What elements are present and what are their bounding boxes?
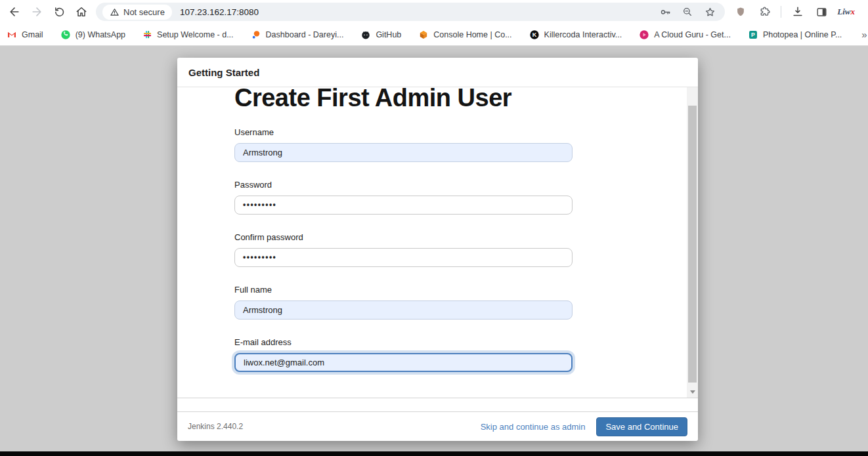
modal-footer-spacer: [177, 398, 698, 411]
address-bar[interactable]: Not secure 107.23.162.17:8080: [96, 3, 725, 21]
scrollbar-down-button[interactable]: [687, 387, 698, 396]
password-label: Password: [234, 180, 573, 190]
extensions-group: Liwx: [730, 1, 868, 22]
browser-toolbar: Not secure 107.23.162.17:8080: [0, 0, 868, 24]
modal-header: Getting Started: [177, 58, 698, 87]
bookmarks-bar: Gmail (9) WhatsApp Setup Welcome - d... …: [0, 24, 868, 46]
zoom-out-icon: [682, 6, 693, 18]
bookmark-acloudguru[interactable]: A Cloud Guru - Get...: [639, 30, 731, 40]
key-icon: [659, 6, 672, 18]
confirm-password-field-group: Confirm password: [234, 232, 573, 267]
bookmark-photopea[interactable]: P Photopea | Online P...: [748, 30, 842, 40]
refresh-button[interactable]: [49, 1, 70, 22]
download-icon: [791, 5, 804, 18]
passwords-button[interactable]: [657, 3, 674, 20]
bookmark-label: GitHub: [376, 30, 401, 39]
adblock-extension-button[interactable]: [730, 1, 751, 22]
back-icon: [8, 5, 21, 18]
forward-icon: [30, 5, 43, 18]
side-panel-button[interactable]: [811, 1, 832, 22]
save-button[interactable]: Save and Continue: [596, 417, 687, 436]
bookmark-whatsapp[interactable]: (9) WhatsApp: [60, 30, 125, 40]
forward-button[interactable]: [26, 1, 47, 22]
home-icon: [75, 5, 88, 18]
toolbar-separator: [781, 6, 781, 18]
warning-triangle-icon: [110, 7, 119, 17]
nav-button-group: [0, 1, 92, 22]
side-panel-icon: [815, 6, 828, 18]
bookmark-label: Photopea | Online P...: [763, 30, 842, 39]
zoom-button[interactable]: [679, 3, 696, 20]
shield-icon: [735, 6, 747, 18]
modal-scrollbar[interactable]: [687, 87, 698, 398]
photopea-icon: P: [748, 30, 758, 40]
profile-name: Liw: [837, 7, 850, 16]
github-icon: [360, 30, 371, 40]
bookmark-label: (9) WhatsApp: [76, 30, 125, 39]
bookmark-dashboard[interactable]: Dashboard - Dareyi...: [251, 30, 344, 40]
profile-name-accent: x: [851, 7, 856, 16]
profile-avatar[interactable]: Liwx: [835, 7, 861, 17]
star-icon: [704, 6, 716, 18]
footer-actions: Skip and continue as admin Save and Cont…: [481, 417, 687, 436]
bookmark-label: A Cloud Guru - Get...: [654, 30, 731, 39]
dashboard-favicon-icon: [251, 30, 261, 40]
killercoda-icon: K: [529, 30, 540, 40]
refresh-icon: [53, 6, 66, 18]
page-title: Create First Admin User: [234, 87, 698, 113]
extensions-button[interactable]: [754, 1, 775, 22]
security-chip[interactable]: Not secure: [102, 5, 172, 20]
fullname-label: Full name: [234, 285, 573, 295]
email-input[interactable]: [234, 353, 573, 372]
acloudguru-icon: [639, 30, 649, 40]
scroll-down-arrow-icon: [690, 390, 695, 394]
address-bar-actions: [657, 3, 718, 20]
modal-content: Create First Admin User Username Passwor…: [177, 87, 698, 398]
puzzle-icon: [758, 6, 771, 18]
slack-icon: [142, 30, 152, 39]
username-label: Username: [234, 127, 573, 137]
fullname-input[interactable]: [234, 301, 573, 320]
back-button[interactable]: [4, 1, 25, 22]
password-input[interactable]: [234, 196, 573, 215]
home-button[interactable]: [71, 1, 92, 22]
url-text: 107.23.162.17:8080: [180, 7, 657, 17]
modal-footer: Jenkins 2.440.2 Skip and continue as adm…: [177, 411, 698, 441]
page-backdrop: Getting Started Create First Admin User …: [0, 46, 868, 451]
bookmark-button[interactable]: [701, 3, 718, 20]
confirm-password-input[interactable]: [234, 248, 573, 267]
bookmark-label: Killercoda Interactiv...: [544, 30, 622, 39]
bookmark-label: Gmail: [22, 30, 43, 39]
whatsapp-icon: [60, 30, 71, 40]
taskbar-strip: [0, 451, 868, 456]
bookmark-aws-console[interactable]: Console Home | Co...: [418, 30, 511, 40]
modal-title: Getting Started: [188, 67, 259, 78]
bookmark-github[interactable]: GitHub: [360, 30, 401, 40]
wizard-form-area: Create First Admin User Username Passwor…: [177, 87, 698, 372]
bookmark-gmail[interactable]: Gmail: [7, 30, 43, 40]
bookmark-label: Dashboard - Dareyi...: [266, 30, 344, 39]
confirm-password-label: Confirm password: [234, 232, 573, 242]
username-field-group: Username: [234, 127, 573, 162]
username-input[interactable]: [234, 143, 573, 162]
svg-text:K: K: [532, 31, 536, 38]
downloads-button[interactable]: [787, 1, 808, 22]
email-label: E-mail address: [234, 337, 573, 347]
skip-link[interactable]: Skip and continue as admin: [481, 422, 586, 432]
aws-cube-icon: [418, 30, 429, 40]
security-label: Not secure: [123, 7, 165, 17]
svg-text:P: P: [751, 31, 755, 38]
email-field-group: E-mail address: [234, 337, 573, 372]
fullname-field-group: Full name: [234, 285, 573, 320]
setup-wizard-modal: Getting Started Create First Admin User …: [177, 58, 698, 441]
bookmarks-overflow-chevron[interactable]: »: [859, 29, 868, 40]
scrollbar-thumb[interactable]: [688, 106, 697, 383]
bookmark-label: Setup Welcome - d...: [157, 30, 234, 39]
jenkins-version: Jenkins 2.440.2: [188, 422, 243, 431]
bookmark-killercoda[interactable]: K Killercoda Interactiv...: [529, 30, 622, 40]
bookmark-slack-setup[interactable]: Setup Welcome - d...: [142, 30, 234, 39]
bookmark-label: Console Home | Co...: [433, 30, 511, 39]
gmail-icon: [7, 30, 17, 40]
password-field-group: Password: [234, 180, 573, 215]
